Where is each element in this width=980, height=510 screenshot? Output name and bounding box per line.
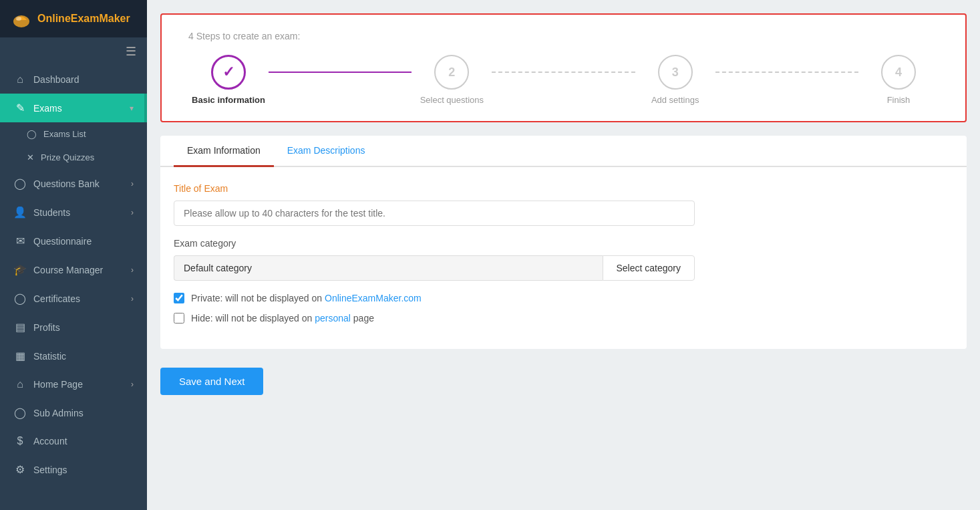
sidebar-item-statistic[interactable]: ▦ Statistic xyxy=(0,342,147,370)
sidebar-item-questionnaire[interactable]: ✉ Questionnaire xyxy=(0,227,147,255)
sidebar-item-label: Exams xyxy=(33,103,123,114)
step-2-label: Select questions xyxy=(420,95,484,105)
logo-icon xyxy=(11,8,32,29)
connector-2-3 xyxy=(492,72,635,73)
hide-checkbox[interactable] xyxy=(174,313,184,324)
sidebar-toggle[interactable]: ☰ xyxy=(0,37,147,66)
private-checkbox[interactable] xyxy=(174,293,184,303)
sidebar-sub-label: Prize Quizzes xyxy=(41,152,94,162)
sidebar-item-label: Sub Admins xyxy=(33,408,134,418)
chevron-right-icon: › xyxy=(131,265,134,275)
sidebar-item-exams[interactable]: ✎ Exams ▾ xyxy=(0,94,147,122)
sidebar-item-label: Dashboard xyxy=(33,74,134,85)
sidebar-item-label: Questionnaire xyxy=(33,236,134,247)
sidebar-item-course-manager[interactable]: 🎓 Course Manager › xyxy=(0,255,147,284)
connector-3-4 xyxy=(715,72,858,73)
step-2-circle: 2 xyxy=(434,55,469,90)
statistic-icon: ▦ xyxy=(13,350,27,362)
category-default-text: Default category xyxy=(174,255,603,281)
logo: OnlineExamMaker xyxy=(0,0,147,37)
sidebar-item-account[interactable]: $ Account xyxy=(0,427,147,455)
sidebar: OnlineExamMaker ☰ ⌂ Dashboard ✎ Exams ▾ … xyxy=(0,0,147,510)
tab-exam-information[interactable]: Exam Information xyxy=(174,136,274,167)
x-icon: ✕ xyxy=(27,152,34,162)
sidebar-sub-label: Exams List xyxy=(43,129,86,139)
main-content: 4 Steps to create an exam: ✓ Basic infor… xyxy=(147,0,980,510)
sidebar-item-home-page[interactable]: ⌂ Home Page › xyxy=(0,370,147,398)
connector-1-2 xyxy=(269,72,412,73)
account-icon: $ xyxy=(13,435,27,447)
chevron-right-icon: › xyxy=(131,380,134,389)
chevron-right-icon: › xyxy=(131,208,134,217)
sidebar-item-label: Students xyxy=(33,207,124,218)
sidebar-item-label: Settings xyxy=(33,465,134,475)
step-1-label: Basic information xyxy=(192,95,265,105)
tab-exam-descriptions[interactable]: Exam Descriptions xyxy=(274,136,379,167)
sidebar-item-profits[interactable]: ▤ Profits xyxy=(0,313,147,342)
save-and-next-button[interactable]: Save and Next xyxy=(160,368,263,395)
sidebar-item-settings[interactable]: ⚙ Settings xyxy=(0,455,147,484)
course-icon: 🎓 xyxy=(13,263,27,276)
form-body: Title of Exam Exam category Default cate… xyxy=(160,167,967,349)
sidebar-item-label: Profits xyxy=(33,322,134,333)
questions-icon: ◯ xyxy=(13,177,27,190)
steps-title: 4 Steps to create an exam: xyxy=(188,31,939,41)
category-label: Exam category xyxy=(174,238,953,249)
private-checkbox-row: Private: will not be displayed on Online… xyxy=(174,293,953,303)
steps-row: ✓ Basic information 2 Select questions 3 xyxy=(188,55,939,105)
hamburger-icon: ☰ xyxy=(126,44,136,59)
sidebar-item-label: Questions Bank xyxy=(33,178,124,189)
settings-icon: ⚙ xyxy=(13,463,27,476)
sidebar-item-sub-admins[interactable]: ◯ Sub Admins xyxy=(0,398,147,427)
sidebar-item-label: Home Page xyxy=(33,379,124,390)
hide-link: personal xyxy=(315,313,351,324)
title-label: Title of Exam xyxy=(174,183,953,194)
logo-text: OnlineExamMaker xyxy=(37,13,130,25)
step-4-circle: 4 xyxy=(881,55,916,90)
private-label: Private: will not be displayed on Online… xyxy=(191,293,422,303)
sidebar-item-certificates[interactable]: ◯ Certificates › xyxy=(0,284,147,313)
exam-title-input[interactable] xyxy=(174,201,695,226)
sidebar-item-label: Course Manager xyxy=(33,265,124,275)
dashboard-icon: ⌂ xyxy=(13,74,27,86)
step-2-number: 2 xyxy=(448,66,455,80)
step-1: ✓ Basic information xyxy=(188,55,269,105)
sidebar-item-students[interactable]: 👤 Students › xyxy=(0,198,147,227)
checkmark-icon: ✓ xyxy=(222,63,234,81)
home-icon: ⌂ xyxy=(13,378,27,390)
sidebar-item-prize-quizzes[interactable]: ✕ Prize Quizzes xyxy=(0,146,147,169)
form-card: Exam Information Exam Descriptions Title… xyxy=(160,136,967,349)
chevron-down-icon: ▾ xyxy=(130,104,134,113)
step-3-label: Add settings xyxy=(651,95,699,105)
private-link: OnlineExamMaker.com xyxy=(325,293,422,303)
step-4-number: 4 xyxy=(895,66,902,80)
step-3-number: 3 xyxy=(672,66,679,80)
certificates-icon: ◯ xyxy=(13,292,27,305)
circle-icon: ◯ xyxy=(27,129,37,139)
step-2: 2 Select questions xyxy=(412,55,492,105)
sub-admins-icon: ◯ xyxy=(13,406,27,419)
step-3-circle: 3 xyxy=(658,55,693,90)
students-icon: 👤 xyxy=(13,206,27,219)
questionnaire-icon: ✉ xyxy=(13,235,27,247)
sidebar-item-dashboard[interactable]: ⌂ Dashboard xyxy=(0,66,147,94)
select-category-button[interactable]: Select category xyxy=(603,255,695,281)
sidebar-item-exams-list[interactable]: ◯ Exams List xyxy=(0,122,147,146)
chevron-right-icon: › xyxy=(131,294,134,303)
sidebar-item-label: Statistic xyxy=(33,351,134,362)
step-4: 4 Finish xyxy=(858,55,939,105)
hide-checkbox-row: Hide: will not be displayed on personal … xyxy=(174,313,953,324)
chevron-right-icon: › xyxy=(131,179,134,188)
exams-icon: ✎ xyxy=(13,102,27,114)
svg-point-1 xyxy=(16,17,21,21)
sidebar-item-label: Certificates xyxy=(33,293,124,304)
profits-icon: ▤ xyxy=(13,321,27,334)
sidebar-item-questions-bank[interactable]: ◯ Questions Bank › xyxy=(0,169,147,198)
category-row: Default category Select category xyxy=(174,255,695,281)
tabs-row: Exam Information Exam Descriptions xyxy=(160,136,967,167)
step-4-label: Finish xyxy=(887,95,911,105)
hide-label: Hide: will not be displayed on personal … xyxy=(191,313,374,324)
sidebar-item-label: Account xyxy=(33,436,134,447)
step-3: 3 Add settings xyxy=(635,55,715,105)
steps-card: 4 Steps to create an exam: ✓ Basic infor… xyxy=(160,13,967,122)
